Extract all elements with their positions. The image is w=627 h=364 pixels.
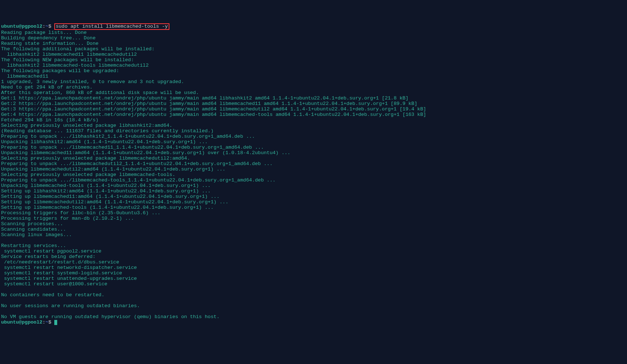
cursor-icon — [54, 320, 57, 325]
prompt-path: ~ — [46, 320, 48, 325]
output-line: Building dependency tree... Done — [1, 35, 626, 41]
output-line: Scanning linux images... — [1, 232, 626, 238]
output-line: Setting up libmemcachedutil2:amd64 (1.1.… — [1, 199, 626, 205]
output-line: /etc/needrestart/restart.d/dbus.service — [1, 259, 626, 265]
prompt-path: ~ — [46, 24, 48, 29]
output-line: Preparing to unpack .../libhashkit2_1.1.… — [1, 134, 626, 139]
output-line: No VM guests are running outdated hyperv… — [1, 314, 626, 320]
output-line: Preparing to unpack .../libmemcached11_1… — [1, 145, 626, 150]
output-line: Reading package lists... Done — [1, 30, 626, 35]
output-line: Get:1 https://ppa.launchpadcontent.net/o… — [1, 95, 626, 101]
space — [51, 24, 54, 29]
output-line: 1 upgraded, 3 newly installed, 0 to remo… — [1, 79, 626, 85]
output-line: No user sessions are running outdated bi… — [1, 303, 626, 309]
output-line: Processing triggers for libc-bin (2.35-0… — [1, 210, 626, 216]
output-line: (Reading database ... 111637 files and d… — [1, 128, 626, 134]
output-line: Restarting services... — [1, 243, 626, 248]
output-line: libhashkit2 libmemcached11 libmemcachedu… — [1, 52, 626, 57]
output-line: Setting up libmemcached11:amd64 (1.1.4-1… — [1, 194, 626, 199]
space — [51, 320, 54, 325]
output-line: systemctl restart systemd-logind.service — [1, 270, 626, 276]
output-line: The following additional packages will b… — [1, 46, 626, 52]
output-line: Scanning processes... — [1, 221, 626, 227]
output-line: Scanning candidates... — [1, 227, 626, 232]
prompt-colon: : — [42, 320, 45, 325]
prompt-user: ubuntu — [1, 24, 19, 29]
output-line: libmemcached11 — [1, 74, 626, 79]
output-line: systemctl restart unattended-upgrades.se… — [1, 276, 626, 281]
output-line: systemctl restart networkd-dispatcher.se… — [1, 265, 626, 270]
prompt-user: ubuntu — [1, 320, 19, 325]
command-highlighted: sudo apt install libmemcached-tools -y — [54, 23, 169, 30]
prompt-line-2: ubuntu@pgpool2:~$ — [1, 320, 626, 325]
output-line: After this operation, 860 kB of addition… — [1, 90, 626, 95]
prompt-at: @ — [19, 24, 22, 29]
output-line: Get:4 https://ppa.launchpadcontent.net/o… — [1, 112, 626, 117]
output-line: Selecting previously unselected package … — [1, 156, 626, 161]
output-line: Unpacking libmemcachedutil2:amd64 (1.1.4… — [1, 167, 626, 172]
output-line: Get:3 https://ppa.launchpadcontent.net/o… — [1, 106, 626, 112]
output-line: Fetched 294 kB in 16s (18.4 kB/s) — [1, 117, 626, 123]
prompt-line-1: ubuntu@pgpool2:~$ sudo apt install libme… — [1, 23, 626, 30]
terminal-output: Reading package lists... DoneBuilding de… — [1, 30, 626, 320]
output-line — [1, 298, 626, 303]
prompt-colon: : — [42, 24, 45, 29]
output-line — [1, 287, 626, 292]
output-line: No containers need to be restarted. — [1, 292, 626, 298]
output-line: The following NEW packages will be insta… — [1, 57, 626, 63]
output-line: Reading state information... Done — [1, 41, 626, 46]
output-line: Processing triggers for man-db (2.10.2-1… — [1, 216, 626, 221]
output-line: Selecting previously unselected package … — [1, 123, 626, 128]
output-line: Preparing to unpack .../libmemcachedutil… — [1, 161, 626, 167]
prompt-host: pgpool2 — [22, 24, 43, 29]
prompt-host: pgpool2 — [22, 320, 43, 325]
output-line: Unpacking libmemcached-tools (1.1.4-1+ub… — [1, 183, 626, 188]
output-line: The following packages will be upgraded: — [1, 68, 626, 74]
prompt-at: @ — [19, 320, 22, 325]
output-line: Unpacking libhashkit2:amd64 (1.1.4-1+ubu… — [1, 139, 626, 145]
output-line: Selecting previously unselected package … — [1, 172, 626, 177]
prompt-dollar: $ — [48, 24, 51, 29]
output-line: Preparing to unpack .../libmemcached-too… — [1, 177, 626, 183]
prompt-dollar: $ — [48, 320, 51, 325]
output-line: systemctl restart user@1000.service — [1, 281, 626, 287]
output-line: Need to get 294 kB of archives. — [1, 85, 626, 90]
output-line: Unpacking libmemcached11:amd64 (1.1.4-1+… — [1, 150, 626, 156]
output-line: systemctl restart pgpool2.service — [1, 248, 626, 254]
output-line — [1, 309, 626, 314]
output-line: Setting up libhashkit2:amd64 (1.1.4-1+ub… — [1, 188, 626, 194]
output-line: Get:2 https://ppa.launchpadcontent.net/o… — [1, 101, 626, 106]
output-line: Service restarts being deferred: — [1, 254, 626, 259]
output-line: Setting up libmemcached-tools (1.1.4-1+u… — [1, 205, 626, 210]
output-line — [1, 238, 626, 243]
terminal[interactable]: ubuntu@pgpool2:~$ sudo apt install libme… — [1, 23, 626, 325]
output-line: libhashkit2 libmemcached-tools libmemcac… — [1, 63, 626, 68]
